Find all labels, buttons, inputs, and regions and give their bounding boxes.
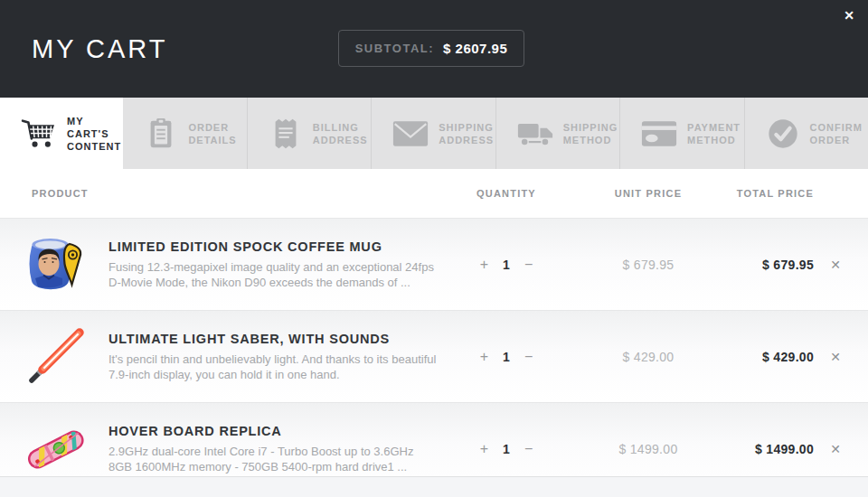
increase-quantity-button[interactable]: +: [477, 440, 491, 458]
step-shipping-method[interactable]: SHIPPING METHOD: [496, 98, 620, 169]
step-confirm-order[interactable]: CONFIRM ORDER: [745, 98, 868, 169]
step-billing-address[interactable]: BILLING ADDRESS: [248, 98, 372, 169]
quantity-stepper: + 1 −: [457, 311, 556, 402]
close-icon[interactable]: ✕: [839, 5, 859, 25]
column-header-quantity: QUANTITY: [457, 188, 556, 199]
envelope-icon: [392, 119, 429, 148]
product-image-light-saber[interactable]: [20, 320, 92, 392]
step-shipping-address[interactable]: SHIPPING ADDRESS: [372, 98, 495, 169]
step-order-details[interactable]: ORDER DETAILS: [123, 98, 247, 169]
total-price: $ 1499.00: [696, 442, 814, 456]
decrease-quantity-button[interactable]: −: [522, 256, 535, 274]
step-label: PAYMENT METHOD: [687, 121, 741, 146]
step-label: SHIPPING METHOD: [563, 121, 618, 146]
product-title[interactable]: ULTIMATE LIGHT SABER, WITH SOUNDS: [108, 332, 390, 346]
product-image-spock-mug[interactable]: [20, 228, 92, 300]
decrease-quantity-button[interactable]: −: [522, 440, 535, 458]
step-payment-method[interactable]: PAYMENT METHOD: [620, 98, 744, 169]
product-description: 2.9GHz dual-core Intel Core i7 - Turbo B…: [108, 445, 413, 474]
column-header-product: PRODUCT: [32, 188, 89, 199]
product-title[interactable]: LIMITED EDITION SPOCK COFFEE MUG: [108, 239, 382, 254]
cart-item-row: LIMITED EDITION SPOCK COFFEE MUG Fusing …: [0, 218, 868, 310]
receipt-icon: [269, 116, 303, 152]
step-my-carts-content[interactable]: MY CART'S CONTENT: [0, 98, 123, 169]
remove-item-icon[interactable]: ✕: [821, 258, 850, 272]
subtotal-value: $ 2607.95: [443, 41, 507, 56]
step-label: SHIPPING ADDRESS: [439, 121, 494, 146]
decrease-quantity-button[interactable]: −: [522, 348, 535, 366]
quantity-stepper: + 1 −: [457, 219, 556, 310]
increase-quantity-button[interactable]: +: [477, 348, 491, 366]
remove-item-icon[interactable]: ✕: [821, 442, 850, 456]
step-label: MY CART'S CONTENT: [67, 115, 123, 153]
clipboard-icon: [144, 116, 178, 152]
quantity-value: 1: [503, 258, 510, 272]
quantity-value: 1: [503, 442, 510, 456]
check-circle-icon: [766, 117, 800, 151]
checkout-steps: MY CART'S CONTENT ORDER DETAILS: [0, 98, 868, 169]
step-label: ORDER DETAILS: [188, 121, 236, 146]
step-label: BILLING ADDRESS: [313, 121, 368, 146]
remove-item-icon[interactable]: ✕: [821, 350, 850, 364]
quantity-value: 1: [503, 350, 510, 364]
next-section-divider: [0, 476, 868, 497]
subtotal-box: SUBTOTAL: $ 2607.95: [338, 30, 524, 67]
step-label: CONFIRM ORDER: [810, 121, 863, 146]
column-header-total-price: TOTAL PRICE: [696, 188, 814, 199]
cart-item-row: ULTIMATE LIGHT SABER, WITH SOUNDS It's p…: [0, 310, 868, 402]
increase-quantity-button[interactable]: +: [477, 256, 491, 274]
cart-icon: [21, 118, 57, 149]
product-title[interactable]: HOVER BOARD REPLICA: [108, 424, 282, 438]
product-description: It's pencil thin and unbelievably light.…: [108, 352, 436, 382]
product-description: Fusing 12.3-megapixel image quality and …: [108, 260, 434, 290]
credit-card-icon: [641, 120, 677, 147]
cart-header: MY CART SUBTOTAL: $ 2607.95 ✕: [0, 0, 868, 98]
subtotal-label: SUBTOTAL:: [355, 42, 434, 55]
page-title: MY CART: [32, 34, 167, 64]
total-price: $ 429.00: [696, 350, 814, 364]
product-image-hover-board[interactable]: [20, 412, 92, 484]
cart-table-header: PRODUCT QUANTITY UNIT PRICE TOTAL PRICE: [0, 169, 868, 218]
total-price: $ 679.95: [696, 258, 814, 272]
truck-icon: [517, 118, 553, 149]
